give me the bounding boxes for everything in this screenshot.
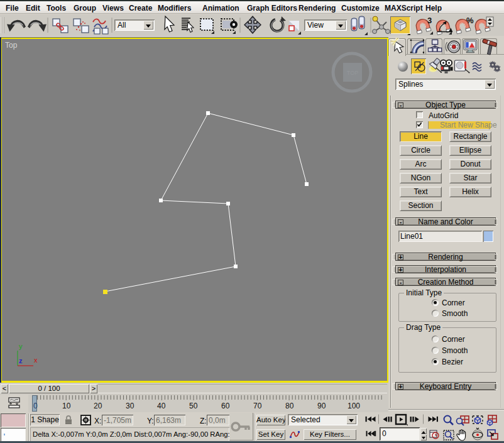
svg-text:y: y bbox=[19, 342, 23, 350]
svg-text:x: x bbox=[34, 356, 38, 364]
svg-text:z: z bbox=[19, 357, 23, 364]
svg-text:%: % bbox=[466, 16, 474, 25]
svg-text:3: 3 bbox=[427, 16, 432, 25]
svg-text:TOP: TOP bbox=[347, 70, 358, 76]
